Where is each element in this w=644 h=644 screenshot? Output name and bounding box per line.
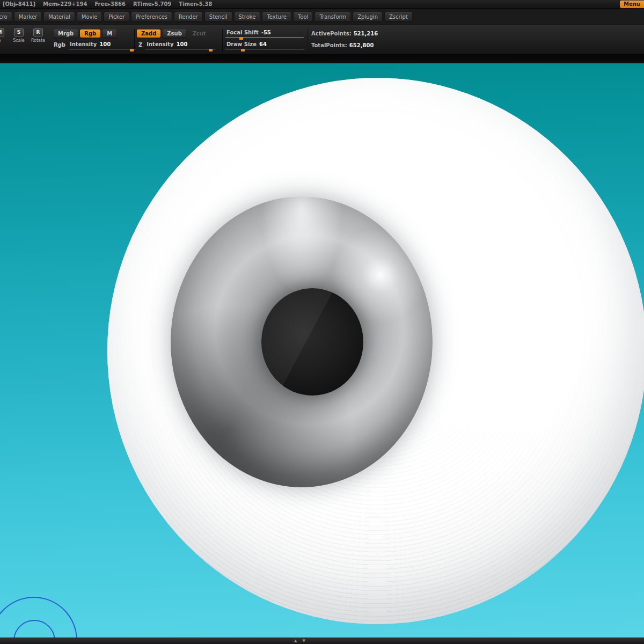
scale-tool-label: Scale: [13, 38, 25, 43]
z-intensity-prefix: Z: [138, 42, 142, 49]
toolbar-divider: [307, 29, 308, 52]
menu-item-zplugin[interactable]: Zplugin: [353, 12, 382, 21]
menu-item-macro[interactable]: acro: [0, 12, 12, 21]
menu-item-transform[interactable]: Transform: [315, 12, 350, 21]
menu-item-tool[interactable]: Tool: [294, 12, 312, 21]
total-points-stat: TotalPoints:652,800: [311, 42, 374, 48]
draw-size-track[interactable]: Draw Size64: [225, 41, 304, 49]
move-tool-button[interactable]: M e: [0, 28, 8, 43]
rgb-intensity-notch[interactable]: [130, 49, 134, 52]
menu-item-material[interactable]: Material: [44, 12, 75, 21]
horizontal-scrollbar[interactable]: ▲ ▼: [0, 638, 644, 644]
draw-size-slider[interactable]: Draw Size64: [225, 41, 304, 49]
menu-item-zscript[interactable]: Zscript: [385, 12, 412, 21]
focal-shift-notch[interactable]: [239, 38, 243, 40]
z-intensity-value: 100: [176, 41, 187, 47]
m-button[interactable]: M: [103, 30, 116, 38]
eyeball-pupil-model[interactable]: [261, 288, 363, 396]
z-intensity-label: Intensity: [147, 41, 173, 47]
menu-item-stencil[interactable]: Stencil: [205, 12, 232, 21]
menu-item-stroke[interactable]: Stroke: [235, 12, 260, 21]
menu-item-marker[interactable]: Marker: [14, 12, 42, 21]
focal-shift-track[interactable]: Focal Shift-55: [225, 30, 304, 38]
toolbar-divider: [222, 29, 223, 52]
zadd-button[interactable]: Zadd: [137, 30, 160, 38]
focal-shift-value: -55: [261, 30, 271, 35]
menu-item-preferences[interactable]: Preferences: [131, 12, 172, 21]
sculpt-mode-group: Zadd Zsub Zcut: [137, 30, 210, 38]
menu-item-render[interactable]: Render: [174, 12, 202, 21]
mrgb-button[interactable]: Mrgb: [54, 30, 78, 38]
z-intensity-slider[interactable]: Z Intensity100: [138, 41, 215, 49]
status-free: Free▸3866: [94, 1, 126, 7]
status-obj: [Obj▸8411]: [3, 1, 35, 7]
scroll-down-arrow-icon[interactable]: ▼: [302, 638, 305, 644]
scale-tool-button[interactable]: S Scale: [11, 28, 27, 43]
rgb-intensity-value: 100: [99, 41, 111, 47]
total-points-label: TotalPoints:: [311, 42, 347, 48]
focal-shift-slider[interactable]: Focal Shift-55: [225, 30, 304, 38]
draw-size-label: Draw Size: [226, 41, 257, 47]
move-icon: M: [0, 28, 4, 36]
rotate-tool-label: Rotate: [31, 38, 45, 43]
zsub-button[interactable]: Zsub: [163, 30, 186, 38]
scale-icon: S: [14, 28, 24, 36]
zbrush-app: { "titlebar": { "status_segments": ["[Ob…: [0, 0, 644, 644]
status-readout: [Obj▸8411] Mem▸229+194 Free▸3866 RTime▸5…: [3, 1, 212, 7]
color-mode-group: Mrgb Rgb M: [54, 30, 116, 38]
document-canvas[interactable]: [0, 63, 644, 638]
draw-size-value: 64: [259, 41, 267, 47]
menu-button[interactable]: Menu: [620, 1, 644, 8]
zcut-button[interactable]: Zcut: [188, 30, 210, 38]
z-intensity-track[interactable]: Intensity100: [145, 41, 215, 49]
status-timer: Timer▸5.38: [179, 1, 212, 7]
rgb-intensity-slider[interactable]: Rgb Intensity100: [54, 41, 136, 49]
active-points-label: ActivePoints:: [311, 31, 352, 36]
menu-item-picker[interactable]: Picker: [104, 12, 129, 21]
scrollbar-arrows: ▲ ▼: [294, 638, 305, 644]
menu-item-texture[interactable]: Texture: [262, 12, 291, 21]
rgb-intensity-prefix: Rgb: [54, 42, 65, 49]
draw-size-notch[interactable]: [241, 49, 245, 52]
rgb-intensity-label: Intensity: [70, 41, 97, 47]
status-mem: Mem▸229+194: [43, 1, 87, 7]
focal-shift-label: Focal Shift: [226, 30, 259, 35]
rotate-tool-button[interactable]: R Rotate: [30, 28, 46, 43]
status-rtime: RTime▸5.709: [133, 1, 171, 7]
toolbar-shadow-strip: [0, 54, 644, 63]
z-intensity-notch[interactable]: [209, 49, 213, 52]
menu-item-movie[interactable]: Movie: [77, 12, 102, 21]
rotate-icon: R: [33, 28, 43, 36]
menubar: acro Marker Material Movie Picker Prefer…: [0, 9, 644, 25]
active-points-value: 521,216: [354, 31, 378, 36]
scroll-up-arrow-icon[interactable]: ▲: [294, 638, 297, 644]
toolbar: M e S Scale R Rotate Mrgb Rgb M Rgb Inte…: [0, 25, 644, 54]
titlebar: [Obj▸8411] Mem▸229+194 Free▸3866 RTime▸5…: [0, 0, 644, 9]
rgb-button[interactable]: Rgb: [80, 30, 100, 38]
rgb-intensity-track[interactable]: Intensity100: [69, 41, 136, 49]
total-points-value: 652,800: [349, 42, 374, 48]
active-points-stat: ActivePoints:521,216: [311, 31, 378, 36]
move-tool-label: e: [0, 38, 1, 43]
transform-tools: M e S Scale R Rotate: [0, 28, 46, 43]
